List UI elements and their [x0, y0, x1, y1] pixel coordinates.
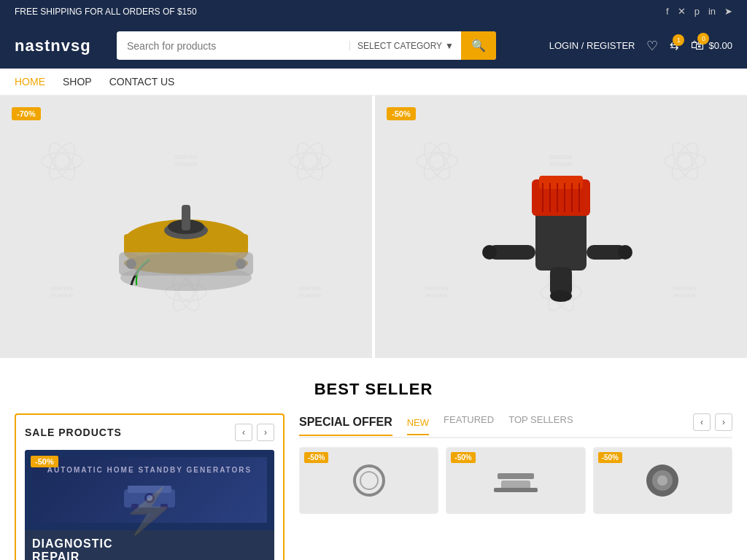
twitter-x-icon[interactable]: ✕: [678, 6, 686, 17]
motor-product-image: [91, 139, 281, 314]
offer-prev-arrow[interactable]: ‹: [693, 413, 711, 431]
top-bar: FREE SHIPPING FOR ALL ORDERS OF $150 f ✕…: [0, 0, 747, 23]
offer-products: -50% -50% -50%: [299, 447, 732, 514]
valve-product-image: [466, 139, 656, 314]
svg-point-22: [236, 259, 246, 269]
offer-next-arrow[interactable]: ›: [715, 413, 732, 431]
search-button[interactable]: 🔍: [461, 31, 496, 60]
svg-rect-58: [498, 473, 534, 479]
offer-badge-1: -50%: [304, 452, 328, 463]
svg-point-24: [417, 152, 457, 170]
main-nav: HOME SHOP CONTACT US: [0, 69, 747, 96]
login-register-link[interactable]: LOGIN / REGISTER: [549, 40, 635, 51]
offer-product-1[interactable]: -50%: [299, 447, 438, 514]
svg-point-21: [126, 259, 136, 269]
svg-point-57: [360, 472, 378, 489]
pinterest-icon[interactable]: p: [694, 6, 700, 17]
sale-nav-arrows: ‹ ›: [235, 424, 274, 441]
svg-point-56: [355, 466, 384, 495]
svg-point-5: [290, 152, 330, 170]
svg-point-28: [665, 152, 705, 170]
svg-point-27: [678, 154, 692, 168]
category-dropdown[interactable]: SELECT CATEGORY ▼: [349, 41, 461, 51]
svg-point-41: [618, 245, 632, 260]
svg-point-4: [303, 154, 317, 168]
sale-card[interactable]: -50% AUTOMATIC HOME STANDBY GENERATORS: [25, 450, 274, 560]
best-seller-title: BEST SELLER: [15, 380, 732, 399]
bottom-section: SALE PRODUCTS ‹ › -50% AUTOMATIC HOME ST…: [0, 406, 747, 560]
nav-contact[interactable]: CONTACT US: [109, 76, 175, 88]
sale-next-arrow[interactable]: ›: [257, 424, 274, 441]
chevron-down-icon: ▼: [445, 41, 454, 51]
special-offer-header: SPECIAL OFFER NEW FEATURED TOP SELLERS ‹…: [299, 413, 732, 438]
telegram-icon[interactable]: ➤: [724, 6, 732, 17]
header: nastnvsg SELECT CATEGORY ▼ 🔍 LOGIN / REG…: [0, 23, 747, 69]
sale-products-title: SALE PRODUCTS: [25, 427, 122, 438]
svg-point-29: [667, 139, 703, 183]
svg-rect-37: [539, 176, 583, 189]
sale-products-header: SALE PRODUCTS ‹ ›: [25, 424, 274, 441]
cart-amount: $0.00: [708, 40, 732, 51]
sale-prev-arrow[interactable]: ‹: [235, 424, 252, 441]
hero-section: GENTEKPOWER GENTEKPOWER GENTEKPOWER -70%: [0, 96, 747, 358]
logo: nastnvsg: [15, 36, 102, 55]
hero-left-badge: -70%: [12, 107, 41, 120]
svg-rect-60: [494, 488, 538, 492]
sale-card-image: AUTOMATIC HOME STANDBY GENERATORS ⚡: [25, 450, 274, 530]
svg-point-43: [550, 290, 572, 302]
svg-point-23: [430, 154, 444, 168]
linkedin-icon[interactable]: in: [708, 6, 716, 17]
hero-left: GENTEKPOWER GENTEKPOWER GENTEKPOWER -70%: [0, 96, 372, 358]
svg-point-2: [44, 139, 80, 183]
social-links: f ✕ p in ➤: [666, 6, 732, 17]
offer-product-2[interactable]: -50%: [446, 447, 585, 514]
wishlist-button[interactable]: ♡: [646, 38, 658, 54]
hero-right: GENTEKPOWER GENTEKPOWER GENTEKPOWER -50%: [372, 96, 747, 358]
svg-rect-19: [182, 205, 190, 230]
best-seller-section: BEST SELLER: [0, 358, 747, 406]
special-offer-title: SPECIAL OFFER: [299, 416, 392, 436]
sale-products-box: SALE PRODUCTS ‹ › -50% AUTOMATIC HOME ST…: [15, 413, 285, 560]
svg-point-7: [293, 139, 328, 183]
offer-nav-arrows: ‹ ›: [693, 413, 732, 431]
cart-icon: 🛍 0: [691, 38, 704, 53]
offer-tab-featured[interactable]: FEATURED: [444, 414, 494, 431]
cart-button[interactable]: 🛍 0 $0.00: [691, 38, 732, 53]
cart-badge: 0: [697, 33, 709, 44]
offer-tab-new[interactable]: NEW: [407, 417, 429, 435]
special-offer-box: SPECIAL OFFER NEW FEATURED TOP SELLERS ‹…: [299, 413, 732, 560]
svg-point-0: [55, 154, 69, 168]
svg-point-39: [482, 245, 497, 260]
shipping-text: FREE SHIPPING FOR ALL ORDERS OF $150: [15, 7, 197, 17]
svg-point-3: [44, 139, 80, 183]
offer-badge-2: -50%: [451, 452, 475, 463]
search-bar: SELECT CATEGORY ▼ 🔍: [117, 31, 496, 60]
offer-product-3[interactable]: -50%: [593, 447, 732, 514]
svg-point-26: [419, 139, 455, 183]
svg-point-30: [667, 139, 703, 183]
facebook-icon[interactable]: f: [666, 6, 669, 17]
compare-button[interactable]: ⇆ 1: [670, 39, 679, 52]
nav-home[interactable]: HOME: [15, 76, 45, 88]
svg-point-25: [419, 139, 455, 183]
svg-point-1: [42, 152, 82, 170]
hero-right-badge: -50%: [387, 107, 416, 120]
svg-point-63: [657, 475, 667, 486]
offer-tab-top-sellers[interactable]: TOP SELLERS: [508, 414, 573, 431]
svg-rect-20: [119, 252, 253, 276]
offer-badge-3: -50%: [598, 452, 622, 463]
search-input[interactable]: [117, 33, 349, 59]
header-actions: LOGIN / REGISTER ♡ ⇆ 1 🛍 0 $0.00: [549, 38, 732, 54]
nav-shop[interactable]: SHOP: [63, 76, 92, 88]
compare-badge: 1: [673, 34, 684, 46]
svg-point-6: [293, 139, 328, 183]
